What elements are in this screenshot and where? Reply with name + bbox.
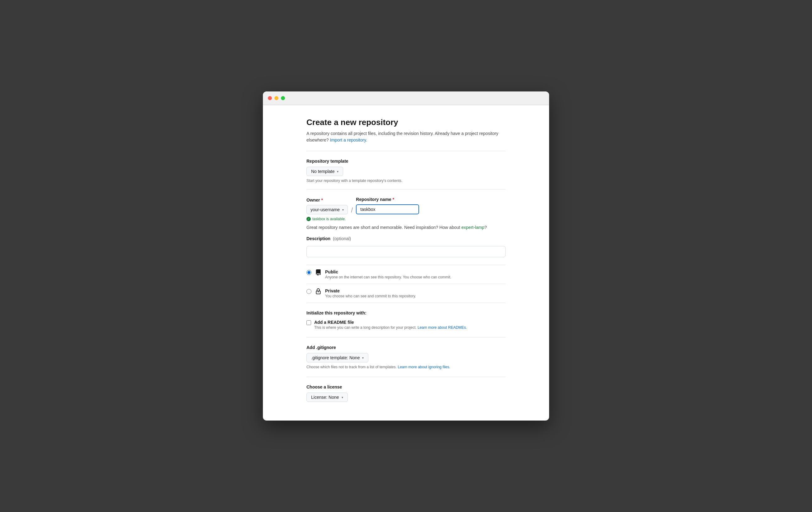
- availability-message: ✓ taskbox is available.: [307, 217, 505, 221]
- template-label: Repository template: [307, 159, 505, 163]
- titlebar: [263, 91, 549, 105]
- page-title: Create a new repository: [307, 118, 505, 127]
- gitignore-label: Add .gitignore: [307, 345, 505, 350]
- gitignore-link[interactable]: Learn more about ignoring files.: [398, 365, 450, 369]
- visibility-section: Public Anyone on the internet can see th…: [307, 265, 505, 303]
- private-title: Private: [325, 288, 505, 293]
- section-divider-2: [307, 189, 505, 189]
- readme-content: Add a README file This is where you can …: [314, 320, 467, 330]
- gitignore-section: Add .gitignore .gitignore template: None…: [307, 337, 505, 369]
- gitignore-dropdown[interactable]: .gitignore template: None ▾: [307, 353, 368, 362]
- public-title: Public: [325, 269, 505, 274]
- private-repo-icon: [315, 288, 321, 296]
- browser-window: Create a new repository A repository con…: [263, 91, 549, 421]
- public-repo-icon: [315, 269, 321, 277]
- description-section: Description (optional): [307, 236, 505, 257]
- license-dropdown-value: License: None: [311, 395, 339, 400]
- readme-desc: This is where you can write a long descr…: [314, 325, 467, 330]
- readme-checkbox[interactable]: [307, 321, 311, 325]
- traffic-lights: [268, 96, 285, 100]
- license-dropdown[interactable]: License: None ▾: [307, 393, 348, 402]
- chevron-down-icon: ▾: [342, 208, 344, 212]
- section-divider-1: [307, 151, 505, 151]
- owner-repo-container: Owner * your-username ▾ / Repository nam…: [307, 197, 505, 214]
- suggestion-link[interactable]: expert-lamp: [461, 225, 484, 230]
- public-radio[interactable]: [307, 270, 312, 275]
- license-label: Choose a license: [307, 385, 505, 389]
- description-label: Description (optional): [307, 236, 505, 241]
- owner-dropdown[interactable]: your-username ▾: [307, 205, 348, 214]
- gitignore-dropdown-value: .gitignore template: None: [311, 355, 360, 360]
- repo-name-input[interactable]: [356, 204, 419, 214]
- owner-field-group: Owner * your-username ▾: [307, 198, 348, 214]
- slash-separator: /: [348, 206, 356, 214]
- template-dropdown-value: No template: [311, 169, 335, 174]
- gitignore-hint: Choose which files not to track from a l…: [307, 365, 505, 369]
- private-desc: You choose who can see and commit to thi…: [325, 294, 505, 298]
- private-option: Private You choose who can see and commi…: [307, 284, 505, 303]
- init-title: Initialize this repository with:: [307, 310, 505, 315]
- public-desc: Anyone on the internet can see this repo…: [325, 275, 505, 279]
- owner-label: Owner *: [307, 198, 348, 203]
- description-input[interactable]: [307, 246, 505, 257]
- main-content: Create a new repository A repository con…: [288, 105, 524, 421]
- public-content: Public Anyone on the internet can see th…: [325, 269, 505, 279]
- private-radio[interactable]: [307, 289, 312, 294]
- readme-option: Add a README file This is where you can …: [307, 320, 505, 330]
- template-section: Repository template No template ▾ Start …: [307, 159, 505, 183]
- import-link[interactable]: Import a repository.: [330, 138, 368, 143]
- maximize-button[interactable]: [281, 96, 285, 100]
- public-option: Public Anyone on the internet can see th…: [307, 265, 505, 284]
- license-section: Choose a license License: None ▾: [307, 377, 505, 402]
- repo-name-label: Repository name *: [356, 197, 419, 202]
- inspiration-text: Great repository names are short and mem…: [307, 225, 505, 230]
- template-hint: Start your repository with a template re…: [307, 179, 505, 183]
- chevron-down-icon: ▾: [337, 170, 339, 173]
- readme-link[interactable]: Learn more about READMEs.: [417, 325, 467, 330]
- minimize-button[interactable]: [274, 96, 279, 100]
- availability-text: taskbox is available.: [312, 217, 346, 221]
- repo-field-group: Repository name *: [356, 197, 419, 214]
- template-dropdown[interactable]: No template ▾: [307, 167, 343, 176]
- private-content: Private You choose who can see and commi…: [325, 288, 505, 298]
- readme-title: Add a README file: [314, 320, 467, 325]
- page-subtitle: A repository contains all project files,…: [307, 130, 505, 143]
- chevron-down-icon: ▾: [362, 356, 364, 360]
- chevron-down-icon: ▾: [342, 396, 343, 399]
- initialize-section: Initialize this repository with: Add a R…: [307, 310, 505, 330]
- close-button[interactable]: [268, 96, 272, 100]
- owner-value: your-username: [311, 207, 340, 212]
- check-icon: ✓: [307, 217, 311, 221]
